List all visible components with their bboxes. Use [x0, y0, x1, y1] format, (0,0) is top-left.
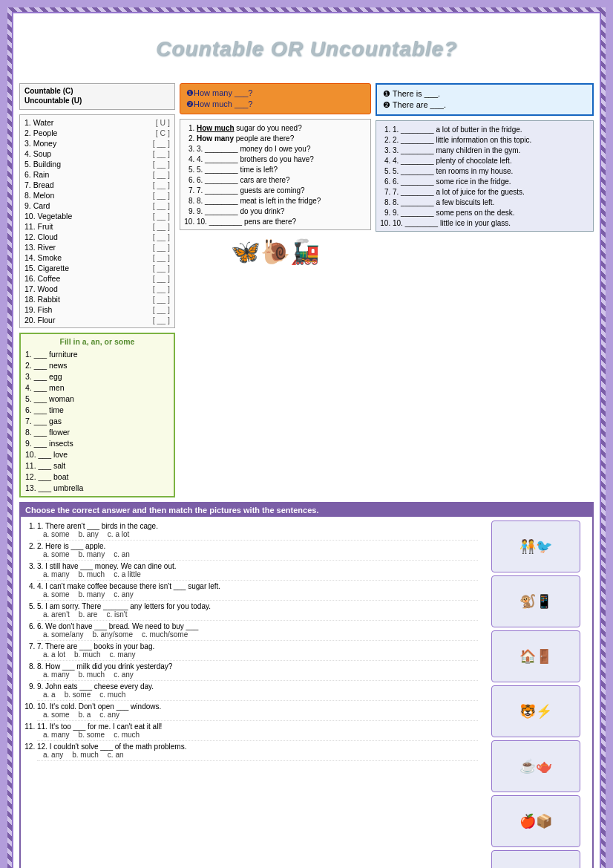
fillin-item: 7. ___ gas: [25, 415, 169, 426]
choice-option: a. some: [43, 530, 70, 538]
title-area: Countable OR Uncountable?: [19, 19, 594, 79]
right-exercise-item: 7. ________ a lot of juice for the guest…: [393, 186, 589, 197]
mid-exercise-item: 5. ________ time is left?: [197, 164, 366, 174]
exercise-choices: a. ab. somec. much: [37, 691, 478, 699]
word-answer: [ __ ]: [149, 149, 170, 158]
word-list-item: 9. Card[ __ ]: [24, 200, 170, 211]
there-t2: ❷ There are ___.: [383, 99, 586, 111]
exercise-sentence: 1. There aren't ___ birds in the cage.: [37, 522, 478, 530]
fillin-item: 6. ___ time: [25, 404, 169, 415]
word-answer: [ __ ]: [149, 201, 170, 210]
right-exercise-box: 1. ________ a lot of butter in the fridg…: [376, 120, 594, 232]
word-num: 16. Coffee: [24, 274, 60, 283]
word-answer: [ __ ]: [149, 274, 170, 283]
bottom-exercise-item: 8. How ___ milk did you drink yesterday?…: [37, 661, 478, 681]
choice-option: c. any: [114, 670, 134, 679]
choice-option: b. are: [79, 610, 98, 619]
word-list-item: 5. Building[ __ ]: [24, 159, 170, 169]
word-num: 20. Flour: [24, 316, 55, 324]
bottom-image: 📚🎒: [491, 850, 580, 868]
mid-exercise-item: 6. ________ cars are there?: [197, 174, 366, 185]
word-list-item: 17. Wood[ __ ]: [24, 284, 170, 294]
word-list-item: 11. Fruit[ __ ]: [24, 221, 170, 232]
bottom-exercise-ol: 1. There aren't ___ birds in the cage.a.…: [25, 521, 478, 761]
bottom-images: 🧑‍🤝‍🧑🐦🐒📱🏠🚪🐯⚡☕🫖🍎📦📚🎒👩‍🦽🎡: [484, 521, 588, 868]
choice-option: a. a: [43, 691, 56, 699]
right-exercise-item: 9. ________ some pens on the desk.: [393, 207, 589, 218]
choice-option: a. many: [43, 570, 70, 578]
choice-option: a. some/any: [43, 630, 83, 639]
word-answer: [ __ ]: [149, 222, 170, 231]
legend-box: Countable (C) Uncountable (U): [19, 83, 175, 110]
choice-option: a. a lot: [43, 650, 65, 659]
bottom-image: 🍎📦: [491, 795, 580, 847]
exercise-sentence: 10. It's cold. Don't open ___ windows.: [37, 702, 478, 711]
fillin-list: 1. ___ furniture2. ___ news3. ___ egg4. …: [25, 348, 169, 493]
word-list-item: 13. River[ __ ]: [24, 242, 170, 252]
word-answer: [ __ ]: [149, 284, 170, 293]
word-list-box: 1. Water[ U ]2. People[ C ]3. Money[ __ …: [19, 114, 175, 328]
word-list-item: 6. Rain[ __ ]: [24, 169, 170, 180]
choice-option: b. many: [79, 550, 105, 558]
word-answer: [ __ ]: [149, 191, 170, 200]
word-num: 5. Building: [24, 160, 61, 169]
middle-column: ❶How many ___? ❷How much ___? How much s…: [180, 83, 371, 497]
page-container: Countable OR Uncountable? Countable (C) …: [7, 7, 606, 868]
right-exercise-item: 6. ________ some rice in the fridge.: [393, 176, 589, 186]
decorative-images: 🦋🐌🚂: [180, 235, 371, 269]
exercise-sentence: 2. Here is ___ apple.: [37, 542, 478, 550]
word-num: 14. Smoke: [24, 253, 62, 262]
exercise-choices: a. manyb. somec. much: [37, 731, 478, 739]
choice-option: b. a: [79, 711, 91, 719]
word-num: 13. River: [24, 243, 56, 252]
right-exercise-item: 4. ________ plenty of chocolate left.: [393, 155, 589, 166]
bottom-exercise-item: 10. It's cold. Don't open ___ windows.a.…: [37, 701, 478, 721]
word-num: 1. Water: [24, 118, 53, 127]
choice-option: c. an: [108, 751, 124, 759]
word-answer: [ __ ]: [149, 253, 170, 262]
choice-option: c. an: [114, 550, 130, 558]
choice-option: c. a lot: [108, 530, 129, 538]
bottom-exercise-item: 1. There aren't ___ birds in the cage.a.…: [37, 521, 478, 541]
bottom-exercise-item: 6. We don't have ___ bread. We need to b…: [37, 621, 478, 641]
choice-option: a. many: [43, 670, 70, 679]
exercise-choices: a. someb. anyc. a lot: [37, 530, 478, 538]
fillin-item: 5. ___ woman: [25, 393, 169, 404]
choice-option: b. some: [65, 691, 91, 699]
exercise-sentence: 9. John eats ___ cheese every day.: [37, 682, 478, 691]
word-num: 9. Card: [24, 201, 50, 210]
word-list-item: 14. Smoke[ __ ]: [24, 252, 170, 263]
exercise-sentence: 12. I couldn't solve ___ of the math pro…: [37, 743, 478, 751]
exercise-choices: a. some/anyb. any/somec. much/some: [37, 630, 478, 639]
word-num: 4. Soup: [24, 149, 51, 158]
mid-exercise-item: How much sugar do you need?: [197, 123, 366, 133]
right-column: ❶ There is ___. ❷ There are ___. 1. ____…: [376, 83, 594, 497]
choice-option: b. any/some: [92, 630, 132, 639]
page-inner: Countable OR Uncountable? Countable (C) …: [12, 12, 601, 868]
choice-option: a. some: [43, 711, 70, 719]
mid-exercise-item: 7. ________ guests are coming?: [197, 185, 366, 195]
fillin-item: 9. ___ insects: [25, 437, 169, 448]
mid-exercise-item: 9. ________ do you drink?: [197, 206, 366, 216]
there-box: ❶ There is ___. ❷ There are ___.: [376, 83, 594, 116]
word-answer: [ __ ]: [149, 160, 170, 169]
exercise-sentence: 4. I can't make coffee because there isn…: [37, 582, 478, 590]
fillin-item: 11. ___ salt: [25, 460, 169, 471]
choice-option: a. many: [43, 731, 70, 739]
word-list: 1. Water[ U ]2. People[ C ]3. Money[ __ …: [24, 117, 170, 325]
exercise-sentence: 5. I am sorry. There ______ any letters …: [37, 602, 478, 610]
howmany-box: ❶How many ___? ❷How much ___?: [180, 83, 371, 114]
choice-option: a. some: [43, 590, 70, 598]
legend-uncountable: Uncountable (U): [24, 97, 170, 105]
mid-exercise-item: 3. ________ money do I owe you?: [197, 143, 366, 154]
bottom-title: Choose the correct answer and then match…: [21, 503, 592, 517]
bottom-image: 🐯⚡: [491, 685, 580, 737]
exercise-choices: a. a lotb. muchc. many: [37, 650, 478, 659]
word-list-item: 8. Melon[ __ ]: [24, 190, 170, 200]
fillin-item: 4. ___ men: [25, 382, 169, 393]
mid-exercise-item: How many people are there?: [197, 133, 366, 143]
fillin-item: 1. ___ furniture: [25, 348, 169, 359]
choice-option: b. many: [79, 590, 105, 598]
word-num: 10. Vegetable: [24, 212, 72, 221]
word-num: 15. Cigarette: [24, 264, 69, 273]
